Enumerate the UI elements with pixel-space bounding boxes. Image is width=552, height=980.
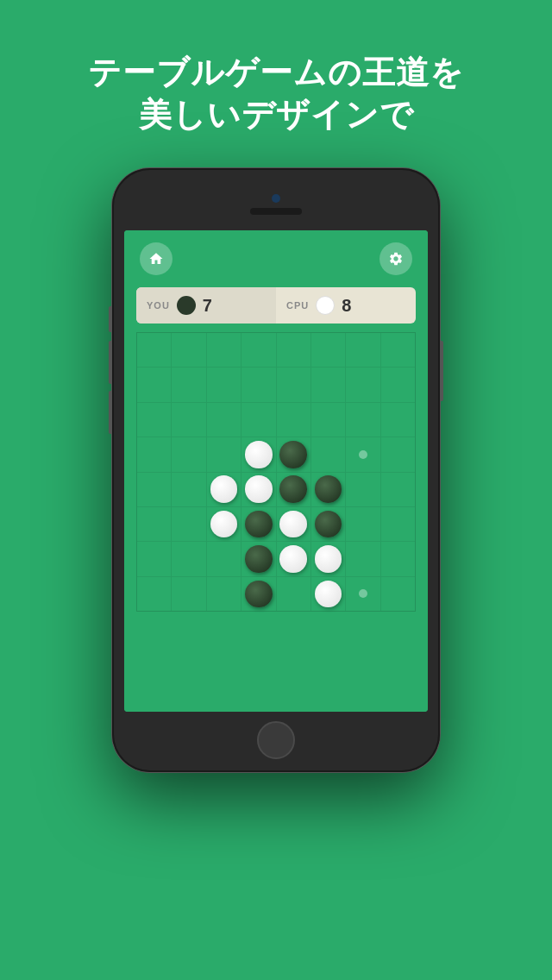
board-cell[interactable] [137, 333, 171, 367]
board-cell[interactable] [242, 577, 275, 611]
board-cell[interactable] [207, 437, 241, 471]
light-piece [245, 475, 273, 503]
board-cell[interactable] [346, 577, 380, 611]
board-cell[interactable] [381, 473, 415, 506]
dark-piece [245, 545, 273, 573]
board-cell[interactable] [346, 473, 380, 506]
light-piece [279, 545, 307, 573]
board-cell[interactable] [172, 437, 205, 471]
phone-camera [272, 194, 280, 203]
dark-piece [279, 441, 307, 468]
screen-content: YOU 7 CPU 8 [124, 230, 428, 712]
board-cell[interactable] [137, 368, 171, 401]
board-cell[interactable] [242, 473, 275, 506]
cpu-score-section: CPU 8 [276, 296, 416, 316]
board-cell[interactable] [172, 473, 205, 506]
light-piece [210, 511, 238, 538]
board-cell[interactable] [172, 403, 205, 437]
light-piece [315, 545, 342, 573]
hint-dot [359, 589, 367, 598]
board-cell[interactable] [242, 542, 275, 575]
board-cell[interactable] [346, 542, 380, 575]
board-cell[interactable] [311, 577, 345, 611]
board-cell[interactable] [242, 403, 275, 437]
cpu-label: CPU [286, 300, 309, 311]
dark-piece [245, 581, 273, 608]
board-cell[interactable] [311, 473, 345, 506]
board-cell[interactable] [277, 368, 310, 401]
board-cell[interactable] [207, 577, 241, 611]
board-cell[interactable] [381, 333, 415, 367]
board-cell[interactable] [242, 333, 275, 367]
board-cell[interactable] [207, 333, 241, 367]
board-cell[interactable] [207, 403, 241, 437]
phone-mockup: YOU 7 CPU 8 [112, 168, 440, 772]
board-cell[interactable] [346, 507, 380, 541]
dark-piece [315, 511, 342, 538]
board-cell[interactable] [381, 577, 415, 611]
score-bar: YOU 7 CPU 8 [136, 287, 416, 324]
game-board[interactable] [136, 332, 416, 612]
phone-speaker [250, 208, 302, 215]
board-cell[interactable] [207, 507, 241, 541]
board-cell[interactable] [346, 403, 380, 437]
board-cell[interactable] [207, 542, 241, 575]
board-cell[interactable] [242, 507, 275, 541]
board-cell[interactable] [172, 577, 205, 611]
board-cell[interactable] [137, 473, 171, 506]
light-piece [315, 581, 342, 608]
board-cell[interactable] [311, 403, 345, 437]
board-cell[interactable] [172, 507, 205, 541]
you-score-section: YOU 7 [136, 287, 276, 324]
settings-button[interactable] [380, 242, 412, 275]
dark-piece [279, 475, 307, 503]
board-cell[interactable] [346, 333, 380, 367]
board-cell[interactable] [172, 333, 205, 367]
board-cell[interactable] [277, 542, 310, 575]
light-piece [245, 441, 273, 468]
board-cell[interactable] [137, 507, 171, 541]
board-cell[interactable] [346, 437, 380, 471]
you-score: 7 [203, 296, 212, 316]
board-cell[interactable] [381, 403, 415, 437]
board-cell[interactable] [242, 437, 275, 471]
board-cell[interactable] [242, 368, 275, 401]
phone-side-btn-power [440, 341, 443, 401]
light-piece [279, 511, 307, 538]
board-cell[interactable] [137, 437, 171, 471]
board-cell[interactable] [381, 368, 415, 401]
board-cell[interactable] [381, 437, 415, 471]
board-cell[interactable] [277, 577, 310, 611]
board-cell[interactable] [137, 577, 171, 611]
board-cell[interactable] [311, 368, 345, 401]
board-cell[interactable] [311, 333, 345, 367]
board-cell[interactable] [137, 403, 171, 437]
you-disk [177, 296, 196, 315]
board-cell[interactable] [277, 437, 310, 471]
header-text: テーブルゲームの王道を 美しいデザインで [0, 0, 552, 163]
dark-piece [315, 475, 342, 503]
board-cell[interactable] [172, 542, 205, 575]
board-cell[interactable] [311, 542, 345, 575]
header-line2: 美しいデザインで [0, 94, 552, 136]
phone-home-button [257, 721, 295, 759]
board-cell[interactable] [277, 473, 310, 506]
cpu-disk [316, 296, 335, 315]
board-cell[interactable] [311, 437, 345, 471]
phone-body: YOU 7 CPU 8 [112, 168, 440, 772]
board-cell[interactable] [311, 507, 345, 541]
board-cell[interactable] [207, 368, 241, 401]
board-cell[interactable] [277, 403, 310, 437]
board-cell[interactable] [346, 368, 380, 401]
board-cell[interactable] [381, 507, 415, 541]
board-cell[interactable] [137, 542, 171, 575]
screen-top-bar [124, 230, 428, 287]
phone-screen: YOU 7 CPU 8 [124, 230, 428, 712]
board-cell[interactable] [207, 473, 241, 506]
phone-side-btn-mute [109, 306, 112, 332]
board-cell[interactable] [277, 333, 310, 367]
home-button[interactable] [140, 242, 172, 275]
board-cell[interactable] [172, 368, 205, 401]
board-cell[interactable] [277, 507, 310, 541]
board-cell[interactable] [381, 542, 415, 575]
